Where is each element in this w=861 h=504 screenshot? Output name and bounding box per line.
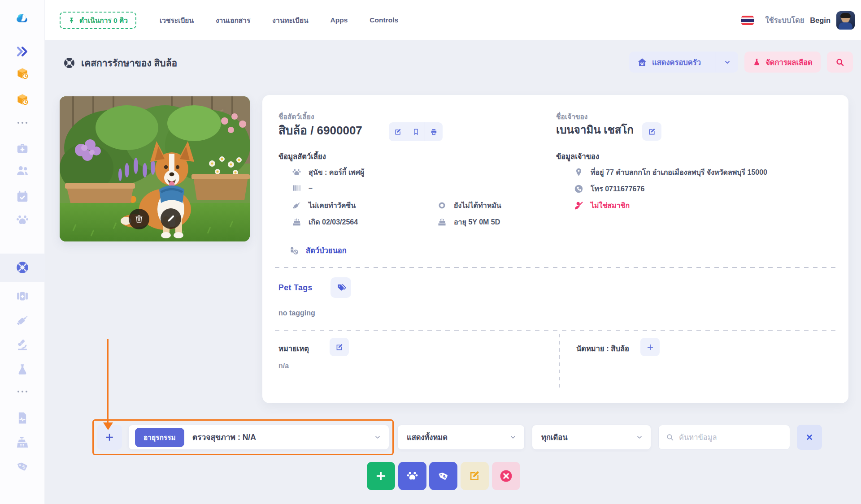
main-nav: เวชระเบียน งานเอกสาร งานทะเบียน Apps Con… — [160, 0, 398, 40]
action-pet-button[interactable] — [398, 462, 426, 490]
life-ring-icon — [16, 261, 29, 274]
pet-microchip-row: – — [291, 183, 313, 193]
sidebar-item-report[interactable] — [0, 411, 45, 425]
edit-icon — [335, 343, 344, 351]
case-category-badge: อายุรกรรม — [135, 428, 184, 447]
sidebar-item-lab-flask[interactable] — [0, 363, 45, 376]
month-select[interactable]: ทุกเดือน — [532, 425, 651, 450]
sidebar-item-pets[interactable] — [0, 213, 45, 227]
map-pin-icon — [573, 168, 584, 177]
owner-address-row: ที่อยู่ 77 ตำบลกกโก อำเภอเมืองลพบุรี จัง… — [573, 167, 767, 178]
owner-member-text: ไม่ใช่สมาชิก — [591, 200, 630, 211]
show-all-value: แสดงทั้งหมด — [407, 431, 448, 443]
avatar-body — [839, 22, 852, 30]
notes-title: หมายเหตุ — [278, 343, 309, 354]
sidebar-item-cases-active[interactable] — [0, 261, 45, 274]
action-cancel-button[interactable] — [492, 462, 520, 490]
action-add-button[interactable] — [367, 462, 395, 490]
nav-item-documents[interactable]: งานเอกสาร — [216, 15, 250, 26]
sidebar-collapse-button[interactable] — [0, 45, 45, 58]
photo-delete-button[interactable] — [129, 209, 149, 229]
owner-address-text: ที่อยู่ 77 ตำบลกกโก อำเภอเมืองลพบุรี จัง… — [591, 167, 767, 178]
bookmark-icon — [412, 128, 420, 136]
sidebar-item-lab-microscope[interactable] — [0, 338, 45, 351]
divider-dashed-2 — [275, 330, 836, 331]
sidebar-item-cashier[interactable] — [0, 435, 45, 449]
plus-icon — [646, 343, 654, 351]
queue-button[interactable]: ดำเนินการ 0 คิว — [60, 12, 136, 29]
blood-results-button[interactable]: จัดการผลเลือด — [744, 52, 821, 73]
pet-vaccine-row: ไม่เคยทำวัคซีน — [291, 200, 356, 211]
pet-edit-button[interactable] — [389, 122, 407, 141]
action-edit-button[interactable] — [461, 462, 489, 490]
sidebar-item-pricing[interactable]: $ — [0, 460, 45, 473]
pet-status-text: สัตว์ป่วยนอก — [306, 245, 347, 256]
sidebar-more-dots[interactable] — [0, 122, 45, 124]
pet-species-row: สุนัข : คอร์กี้ เพศผู้ — [291, 167, 364, 178]
pet-tags-button[interactable] — [330, 277, 351, 298]
medical-bag-icon — [16, 289, 29, 303]
divider-dashed-1 — [275, 267, 836, 268]
show-family-main[interactable]: แสดงครอบครัว — [629, 56, 716, 68]
pet-age-row: อายุ 5Y 0M 5D — [436, 216, 500, 228]
pet-photo-card — [60, 96, 250, 241]
show-family-caret[interactable] — [716, 52, 738, 73]
paw-icon — [16, 213, 29, 227]
nav-item-registration[interactable]: งานทะเบียน — [272, 15, 308, 26]
case-type-value: ตรวจสุขภาพ : N/A — [192, 431, 256, 444]
cash-register-icon — [16, 435, 29, 449]
flask-icon — [16, 363, 29, 376]
photo-edit-button[interactable] — [161, 208, 181, 229]
appointment-title: นัดหมาย : สิบล้อ — [576, 343, 629, 354]
sidebar-item-medical-bag[interactable] — [0, 289, 45, 303]
document-report-icon — [16, 411, 29, 425]
nav-item-apps[interactable]: Apps — [330, 16, 348, 24]
search-input[interactable] — [679, 433, 783, 442]
pet-print-button[interactable] — [425, 122, 443, 141]
pin-icon — [68, 17, 75, 24]
thai-flag-icon[interactable] — [741, 16, 754, 25]
phone-icon — [573, 184, 584, 194]
pet-age-text: อายุ 5Y 0M 5D — [454, 216, 500, 228]
pet-bookmark-button[interactable] — [407, 122, 425, 141]
user-avatar[interactable] — [836, 11, 855, 30]
sidebar-more-dots-2[interactable] — [0, 391, 45, 392]
pet-name-value: สิบล้อ / 6900007 — [278, 121, 362, 139]
sidebar-item-pending-box-1[interactable] — [0, 67, 45, 81]
clear-filters-button[interactable] — [797, 425, 822, 450]
show-all-select[interactable]: แสดงทั้งหมด — [397, 425, 525, 450]
nav-item-medical-records[interactable]: เวชระเบียน — [160, 15, 194, 26]
owner-info-label: ข้อมูลเจ้าของ — [556, 151, 599, 162]
top-navbar: ดำเนินการ 0 คิว เวชระเบียน งานเอกสาร งาน… — [45, 0, 861, 40]
sidebar: $ — [0, 0, 45, 504]
user-name: Begin — [810, 16, 831, 24]
sidebar-item-appointments[interactable] — [0, 190, 45, 203]
sidebar-item-pending-box-2[interactable] — [0, 93, 45, 107]
pet-vaccine-text: ไม่เคยทำวัคซีน — [309, 200, 356, 211]
case-type-select[interactable]: อายุรกรรม ตรวจสุขภาพ : N/A — [128, 425, 389, 450]
annotation-arrow-line — [107, 339, 109, 423]
pencil-icon — [166, 214, 175, 223]
show-family-button[interactable]: แสดงครอบครัว — [629, 52, 738, 73]
header-search-button[interactable] — [827, 52, 853, 73]
ellipsis-icon — [17, 122, 27, 124]
users-icon — [16, 164, 29, 177]
notes-edit-button[interactable] — [330, 338, 349, 356]
app-logo[interactable] — [0, 11, 45, 24]
pet-info-label: ข้อมูลสัตว์เลี้ยง — [278, 151, 326, 162]
case-detail-card: ชื่อสัตว์เลี้ยง สิบล้อ / 6900007 ข้อมูลส… — [262, 95, 848, 403]
navbar-right: ใช้ระบบโดย Begin — [741, 0, 861, 40]
pet-microchip-text: – — [309, 184, 313, 192]
owner-phone-row: โทร 0711677676 — [573, 183, 644, 194]
printer-icon — [430, 128, 438, 136]
owner-edit-button[interactable] — [642, 122, 661, 141]
sidebar-item-customers[interactable] — [0, 164, 45, 177]
nav-item-controls[interactable]: Controls — [370, 16, 398, 24]
action-pricing-button[interactable]: $ — [429, 462, 457, 490]
syringe-icon — [291, 201, 302, 210]
appointment-add-button[interactable] — [640, 338, 660, 356]
sidebar-item-vaccine[interactable] — [0, 314, 45, 327]
search-icon — [835, 58, 844, 67]
sidebar-item-first-aid[interactable] — [0, 142, 45, 155]
flask-icon — [752, 58, 761, 66]
